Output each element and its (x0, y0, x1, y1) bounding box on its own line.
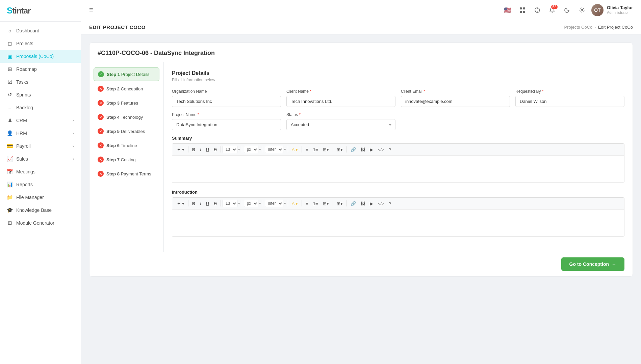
status-select[interactable]: Accepted Pending Rejected (286, 119, 395, 130)
summary-image-button[interactable]: 🖼 (359, 146, 367, 153)
intro-video-button[interactable]: ▶ (368, 200, 375, 207)
settings-icon[interactable] (576, 5, 587, 16)
summary-code-button[interactable]: </> (376, 146, 386, 153)
client-name-input[interactable] (286, 96, 395, 107)
sidebar-item-tasks[interactable]: ☑ Tasks (0, 76, 81, 88)
step-1-item[interactable]: ✓ Step 1 Project Details (94, 67, 159, 81)
summary-table-button[interactable]: ⊞▾ (335, 146, 345, 153)
sidebar-item-dashboard[interactable]: ○ Dashboard (0, 24, 81, 37)
summary-editor-body[interactable] (172, 156, 624, 183)
sidebar-item-payroll[interactable]: 💳 Payroll › (0, 140, 81, 152)
intro-italic-button[interactable]: I (198, 200, 203, 207)
intro-link-button[interactable]: 🔗 (349, 200, 358, 207)
step-5-item[interactable]: ✕ Step 5 Deliverables (94, 125, 159, 138)
intro-ul-button[interactable]: ≡ (304, 200, 310, 207)
darkmode-icon[interactable] (562, 5, 572, 16)
sidebar-label-sales: Sales (16, 156, 28, 162)
hrm-arrow-icon: › (73, 131, 74, 136)
summary-ol-button[interactable]: 1≡ (311, 146, 320, 153)
intro-underline-button[interactable]: U (204, 200, 211, 207)
sidebar-item-hrm[interactable]: 👤 HRM › (0, 127, 81, 140)
sep7 (333, 146, 333, 152)
intro-ol-button[interactable]: 1≡ (311, 200, 320, 207)
step-3-item[interactable]: ✕ Step 3 Features (94, 96, 159, 109)
intro-bold-button[interactable]: B (190, 200, 197, 207)
step-6-item[interactable]: ✕ Step 6 Timeline (94, 139, 159, 152)
intro-fontunit-select[interactable]: px (244, 200, 258, 207)
summary-underline-button[interactable]: U (204, 146, 211, 153)
summary-color-button[interactable]: A ▾ (290, 146, 300, 153)
user-profile[interactable]: OT Olivia Taylor Administrator (591, 4, 633, 16)
step-8-item[interactable]: ✕ Step 8 Payment Terms (94, 167, 159, 180)
breadcrumb-projects[interactable]: Projects CoCo (564, 25, 593, 30)
step-3-status: ✕ (98, 100, 104, 106)
sidebar-item-crm[interactable]: ♟ CRM › (0, 114, 81, 127)
summary-strikethrough-button[interactable]: S (212, 146, 219, 153)
org-name-input[interactable] (172, 96, 281, 107)
intro-magic-button[interactable]: ✦ ▾ (175, 200, 186, 207)
sep2 (221, 146, 221, 152)
sidebar-item-modulegenerator[interactable]: ⊞ Module Generator (0, 217, 81, 229)
go-to-conception-label: Go to Conception (569, 261, 609, 267)
sidebar-item-roadmap[interactable]: ⊞ Roadmap (0, 63, 81, 76)
sidebar-item-proposals[interactable]: ▣ Proposals (CoCo) (0, 50, 81, 63)
summary-magic-button[interactable]: ✦ ▾ (175, 146, 186, 153)
step-4-item[interactable]: ✕ Step 4 Technology (94, 111, 159, 123)
logo-text: Stintar (7, 5, 74, 16)
summary-video-button[interactable]: ▶ (368, 146, 375, 153)
sidebar-item-backlog[interactable]: ≡ Backlog (0, 101, 81, 114)
menu-toggle-button[interactable]: ≡ (89, 6, 93, 14)
intro-table-button[interactable]: ⊞▾ (335, 200, 345, 207)
sidebar-label-dashboard: Dashboard (16, 28, 40, 33)
summary-bold-button[interactable]: B (190, 146, 197, 153)
step-7-item[interactable]: ✕ Step 7 Costing (94, 153, 159, 166)
svg-rect-2 (520, 11, 522, 13)
crosshair-icon[interactable] (532, 5, 543, 16)
step-6-status: ✕ (98, 142, 104, 148)
sidebar-item-reports[interactable]: 📊 Reports (0, 178, 81, 191)
requested-by-input[interactable] (515, 96, 624, 107)
intro-help-button[interactable]: ? (387, 200, 393, 207)
summary-italic-button[interactable]: I (198, 146, 203, 153)
summary-fontsize-select[interactable]: 13 (223, 146, 237, 153)
svg-rect-1 (523, 7, 525, 9)
sidebar-item-knowledgebase[interactable]: 🎓 Knowledge Base (0, 204, 81, 217)
flag-icon[interactable]: 🇺🇸 (502, 5, 513, 16)
isep4 (263, 200, 263, 206)
go-to-conception-button[interactable]: Go to Conception → (561, 257, 624, 271)
summary-ul-button[interactable]: ≡ (304, 146, 310, 153)
intro-fontfamily-select[interactable]: Inter (265, 200, 283, 207)
requested-by-label: Requested By * (515, 89, 624, 94)
summary-align-button[interactable]: ⊞▾ (321, 146, 331, 153)
intro-image-button[interactable]: 🖼 (359, 200, 367, 207)
summary-link-button[interactable]: 🔗 (349, 146, 358, 153)
sidebar-item-sales[interactable]: 📈 Sales › (0, 152, 81, 165)
sidebar-item-meetings[interactable]: 📅 Meetings (0, 165, 81, 178)
summary-help-button[interactable]: ? (387, 146, 393, 153)
topbar-actions: 🇺🇸 52 OT Olivia Taylor A (502, 4, 633, 16)
notification-bell-icon[interactable]: 52 (547, 5, 558, 16)
intro-strikethrough-button[interactable]: S (212, 200, 219, 207)
sidebar-item-projects[interactable]: ◻ Projects (0, 37, 81, 50)
sidebar-item-sprints[interactable]: ↺ Sprints (0, 88, 81, 101)
form-section-title: Project Details (172, 70, 624, 76)
summary-fontfamily-select[interactable]: Inter (265, 146, 283, 153)
main-card: #C110P-COCO-06 - DataSync Integration ✓ … (89, 43, 633, 277)
intro-code-button[interactable]: </> (376, 200, 386, 207)
hrm-icon: 👤 (7, 130, 13, 136)
isep3 (242, 200, 242, 206)
intro-align-button[interactable]: ⊞▾ (321, 200, 331, 207)
intro-fontsize-select[interactable]: 13 (223, 200, 237, 207)
sidebar-label-knowledgebase: Knowledge Base (16, 207, 52, 213)
summary-fontunit-select[interactable]: px (244, 146, 258, 153)
sidebar-item-filemanager[interactable]: 📁 File Manager (0, 191, 81, 204)
step-2-item[interactable]: ✕ Step 2 Conception (94, 82, 159, 95)
filemanager-icon: 📁 (7, 194, 13, 200)
grid-icon[interactable] (517, 5, 528, 16)
intro-color-button[interactable]: A ▾ (290, 200, 300, 207)
introduction-editor-body[interactable] (172, 209, 624, 236)
client-email-input[interactable] (401, 96, 510, 107)
payroll-icon: 💳 (7, 143, 13, 149)
payroll-arrow-icon: › (73, 144, 74, 148)
project-name-input[interactable] (172, 119, 281, 130)
